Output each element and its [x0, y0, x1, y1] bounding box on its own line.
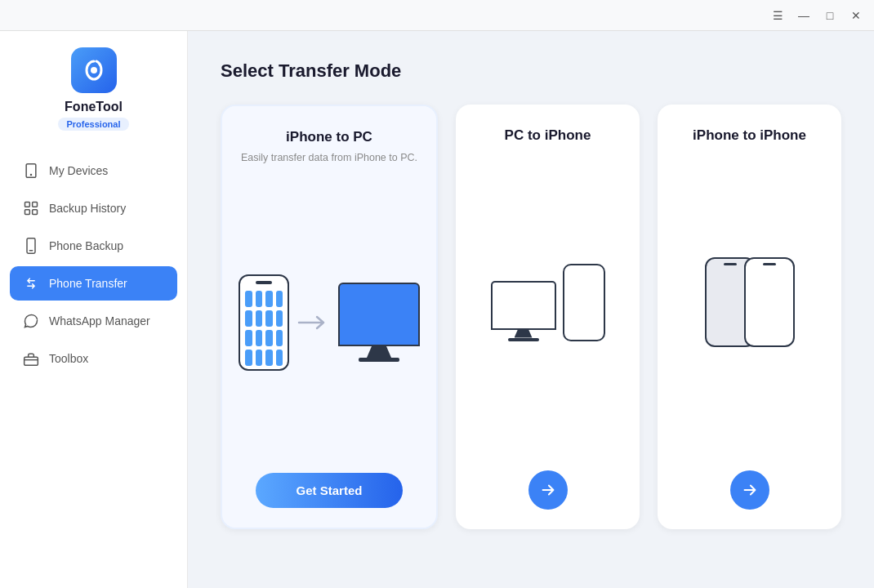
sidebar-label-phone-transfer: Phone Transfer	[49, 277, 127, 290]
monitor-shape	[338, 283, 420, 362]
card-pc-to-iphone[interactable]: PC to iPhone	[456, 105, 640, 529]
iphone-to-iphone-illustration	[705, 150, 795, 454]
phone-notch-front	[763, 263, 776, 265]
nav-menu: My Devices Backup History Phone Backup	[0, 154, 187, 376]
device-icon	[23, 163, 39, 179]
pc-to-iphone-arrow-button[interactable]	[528, 470, 568, 510]
pc-monitor	[491, 281, 556, 341]
toolbox-icon	[23, 350, 39, 367]
svg-rect-5	[25, 210, 30, 215]
main-content: Select Transfer Mode iPhone to PC Easily…	[188, 31, 874, 588]
menu-button[interactable]: ☰	[769, 7, 786, 24]
monitor-screen	[338, 283, 420, 346]
app-body: FoneTool Professional My Devices	[0, 31, 874, 588]
svg-rect-9	[25, 357, 38, 365]
sidebar-label-backup-history: Backup History	[49, 202, 126, 215]
close-button[interactable]: ✕	[848, 7, 864, 24]
card-title-iphone-to-iphone: iPhone to iPhone	[693, 127, 806, 144]
sidebar-item-phone-transfer[interactable]: Phone Transfer	[10, 266, 177, 301]
sidebar-label-phone-backup: Phone Backup	[49, 239, 123, 252]
get-started-button[interactable]: Get Started	[256, 473, 404, 508]
pc-to-iphone-illustration	[491, 150, 605, 454]
card-iphone-to-iphone[interactable]: iPhone to iPhone	[658, 105, 841, 529]
monitor-s-screen	[491, 281, 556, 330]
monitor-s-stand	[515, 330, 533, 338]
sidebar-label-toolbox: Toolbox	[49, 352, 88, 365]
sidebar-item-backup-history[interactable]: Backup History	[10, 191, 177, 225]
backup-history-icon	[23, 200, 39, 216]
app-name: FoneTool	[65, 100, 123, 114]
card-iphone-to-pc[interactable]: iPhone to PC Easily transfer data from i…	[221, 105, 438, 529]
sidebar-item-phone-backup[interactable]: Phone Backup	[10, 229, 177, 263]
page-title: Select Transfer Mode	[221, 60, 841, 82]
card-title-pc-to-iphone: PC to iPhone	[505, 127, 591, 144]
sidebar-item-toolbox[interactable]: Toolbox	[10, 341, 177, 376]
whatsapp-icon	[23, 313, 39, 329]
phone-screen	[240, 287, 288, 369]
app-logo-icon	[71, 47, 117, 93]
phone-front	[744, 257, 795, 347]
transfer-arrows	[297, 314, 330, 332]
sidebar-label-my-devices: My Devices	[49, 164, 108, 177]
monitor-base	[359, 358, 399, 362]
sidebar-item-whatsapp-manager[interactable]: WhatsApp Manager	[10, 304, 177, 338]
logo-container: FoneTool Professional	[58, 47, 128, 131]
iphone-to-iphone-arrow-button[interactable]	[730, 470, 769, 510]
svg-rect-6	[33, 210, 38, 215]
phone-backup-icon	[23, 238, 39, 254]
sidebar-item-my-devices[interactable]: My Devices	[10, 154, 177, 188]
sidebar: FoneTool Professional My Devices	[0, 31, 188, 588]
title-bar: ☰ — □ ✕	[0, 0, 874, 31]
phone-notch	[256, 281, 272, 284]
phone-shape	[239, 274, 289, 371]
transfer-icon	[23, 275, 39, 292]
monitor-stand	[367, 346, 391, 358]
sidebar-label-whatsapp-manager: WhatsApp Manager	[49, 314, 150, 327]
card-title-iphone-to-pc: iPhone to PC	[286, 129, 372, 145]
card-desc-iphone-to-pc: Easily transfer data from iPhone to PC.	[241, 152, 417, 163]
phone-small	[563, 264, 605, 341]
app-badge: Professional	[58, 118, 128, 131]
iphone-to-pc-illustration	[239, 188, 420, 457]
minimize-button[interactable]: —	[796, 7, 812, 24]
cards-row: iPhone to PC Easily transfer data from i…	[221, 105, 841, 529]
svg-rect-4	[33, 203, 38, 207]
svg-rect-3	[25, 203, 30, 207]
monitor-s-base	[508, 338, 539, 341]
maximize-button[interactable]: □	[822, 7, 838, 24]
phone-notch-back	[724, 263, 737, 265]
svg-point-0	[91, 67, 97, 74]
